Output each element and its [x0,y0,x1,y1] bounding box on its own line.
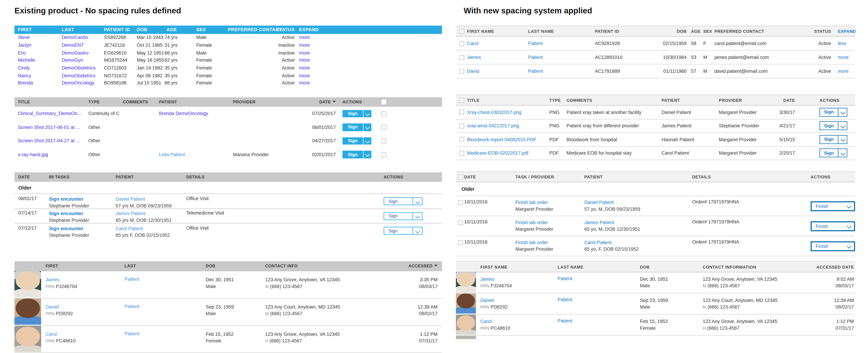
row-checkbox[interactable] [381,125,386,130]
patient-first-link[interactable]: Carol [45,330,124,337]
patient-link[interactable]: Carol Patient [584,239,692,246]
patient-last-link[interactable]: Patient [528,55,595,60]
patient-last-link[interactable]: Patient [558,294,640,302]
sign-dropdown-toggle[interactable] [838,122,847,130]
sign-button[interactable]: Sign [342,110,363,117]
patient-first-link[interactable]: Carol [480,318,558,324]
patient-last-link[interactable]: Patient [528,68,595,74]
expand-link[interactable]: more [299,35,322,40]
patient-link[interactable]: Brenda DemoOncology [159,111,233,117]
expand-link[interactable]: more [299,80,322,86]
sign-dropdown-toggle[interactable] [364,110,371,117]
row-checkbox[interactable] [459,137,464,142]
select-all-checkbox[interactable] [459,98,464,103]
row-checkbox[interactable] [381,138,386,143]
patient-first-link[interactable]: Michelle [18,58,62,63]
patient-first-link[interactable]: Nancy [18,73,62,78]
row-checkbox[interactable] [459,41,464,46]
patient-link[interactable]: James Patient [584,219,692,226]
patient-first-link[interactable]: Daniel [45,303,124,310]
expand-link[interactable]: more [299,65,322,71]
patient-first-link[interactable]: Jaclyn [18,42,62,48]
column-header-sortable[interactable]: ACCESSED [377,264,438,269]
sign-button[interactable]: Sign [384,198,412,205]
sign-dropdown-toggle[interactable] [413,213,422,219]
patient-last-link[interactable]: DemoObstetrics [62,65,104,71]
patient-last-link[interactable]: Patient [125,271,206,282]
patient-last-link[interactable]: Patient [125,298,206,309]
row-checkbox[interactable] [459,55,464,60]
sign-dropdown-toggle[interactable] [364,137,371,145]
expand-link[interactable]: less [838,41,855,46]
row-checkbox[interactable] [381,152,386,157]
document-title-link[interactable]: xray-wrist-04212017.png [467,123,549,129]
expand-link[interactable]: more [838,55,855,60]
expand-link[interactable]: more [299,50,322,56]
sign-button[interactable]: Sign [384,213,412,219]
row-checkbox[interactable] [459,123,464,128]
task-link[interactable]: Sign encounter [49,195,116,202]
patient-link[interactable]: Daniel Patient [116,195,186,202]
patient-first-link[interactable]: Eric [18,50,62,56]
row-checkbox[interactable] [459,109,464,115]
row-checkbox[interactable] [459,69,464,74]
patient-link[interactable]: Leila Patient [159,152,233,157]
finish-dropdown-button[interactable]: Finish [811,241,855,251]
document-title-link[interactable]: Medicare-EOB-02022017.pdf [467,150,549,156]
sign-dropdown-toggle[interactable] [413,198,422,205]
patient-link[interactable]: James Patient [116,210,186,217]
document-title-link[interactable]: Screen Shot 2017-04-27 at ... [18,138,88,144]
select-all-checkbox[interactable] [381,100,386,104]
row-checkbox[interactable] [458,200,463,205]
patient-first-link[interactable]: Cindy [18,65,62,71]
task-link[interactable]: Finish lab order [515,219,584,226]
patient-last-link[interactable]: DemoGyn [62,58,104,63]
task-link[interactable]: Finish lab order [515,199,584,206]
patient-first-link[interactable]: Carol [467,41,528,46]
task-link[interactable]: Finish lab order [515,239,584,246]
patient-first-link[interactable]: David [467,68,528,74]
sign-dropdown-toggle[interactable] [364,124,371,131]
document-title-link[interactable]: Clinical_Summary_DemoOn... [18,111,88,117]
patient-last-link[interactable]: DemoGastro [62,50,104,56]
task-link[interactable]: Sign encounter [49,225,116,231]
patient-last-link[interactable]: Patient [558,272,640,281]
patient-last-link[interactable]: DemoENT [62,42,104,48]
sign-button[interactable]: Sign [342,137,363,145]
sign-button[interactable]: Sign [342,124,363,131]
patient-last-link[interactable]: DemoObstetrics [62,73,104,78]
sign-dropdown-toggle[interactable] [413,228,422,234]
patient-first-link[interactable]: James [45,276,124,283]
document-title-link[interactable]: Xray-chest-03032017.png [467,109,549,115]
sign-dropdown-toggle[interactable] [838,149,847,157]
patient-link[interactable]: Carol Patient [116,225,186,231]
finish-dropdown-button[interactable]: Finish [811,201,855,211]
finish-dropdown-button[interactable]: Finish [811,221,855,231]
sign-button[interactable]: Sign [384,228,412,234]
patient-first-link[interactable]: Steve [18,35,62,40]
sign-dropdown-toggle[interactable] [838,108,847,116]
expand-link[interactable]: more [299,58,322,63]
sign-button[interactable]: Sign [342,151,363,158]
patient-last-link[interactable]: Patient [125,326,206,336]
expand-link[interactable]: more [299,42,322,48]
patient-link[interactable]: Daniel Patient [584,199,692,206]
select-all-checkbox[interactable] [459,29,464,34]
document-title-link[interactable]: x-ray-hand.jpg [18,152,88,157]
row-checkbox[interactable] [459,151,464,156]
patient-first-link[interactable]: Brenda [18,80,62,86]
row-checkbox[interactable] [458,220,463,225]
sign-button[interactable]: Sign [820,108,838,116]
patient-last-link[interactable]: Patient [528,41,595,46]
sign-button[interactable]: Sign [820,122,838,130]
sign-button[interactable]: Sign [820,135,838,143]
sign-dropdown-toggle[interactable] [838,135,847,143]
sign-dropdown-toggle[interactable] [364,151,371,158]
expand-link[interactable]: more [838,68,855,74]
patient-first-link[interactable]: James [467,55,528,60]
column-header-sortable[interactable]: DATE [288,100,336,104]
task-link[interactable]: Sign encounter [49,210,116,217]
patient-last-link[interactable]: DemoCardio [62,35,104,40]
patient-last-link[interactable]: DemoOncology [62,80,104,86]
patient-first-link[interactable]: Daniel [480,296,558,303]
